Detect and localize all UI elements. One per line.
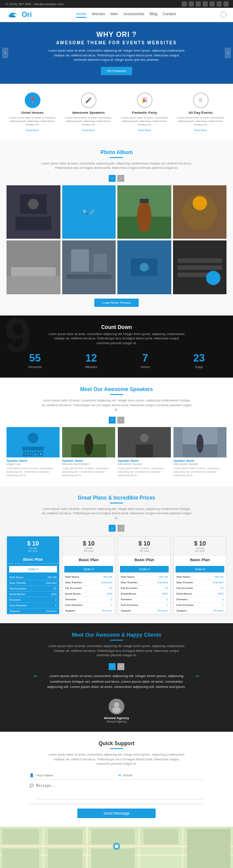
price-btn-2[interactable]: Order It: [64, 566, 113, 572]
features-grid: 📍 Great Venues Lorem ipsum dolor sit ame…: [4, 92, 229, 132]
message-textarea[interactable]: [36, 782, 203, 799]
price-val-4-5: 1: [222, 604, 223, 606]
photo-cell-5[interactable]: [7, 240, 60, 294]
speaker-name-2: Speaker Name: [62, 459, 115, 462]
photo-cell-1[interactable]: [7, 185, 60, 239]
price-row-1-3: Email Boxes 1000: [7, 592, 59, 597]
testimonials-dot-next[interactable]: ›: [117, 663, 124, 670]
search-icon[interactable]: [220, 12, 226, 18]
email-input[interactable]: [123, 773, 203, 777]
photo-album-desc: Lorem ipsum dolor sit amet, consectetur …: [40, 161, 193, 171]
price-row-1-1: Data Transfer Unlimited: [7, 580, 59, 586]
nav-blog[interactable]: Blog: [150, 12, 157, 18]
nav-accessories[interactable]: Accessories: [123, 12, 144, 18]
send-button[interactable]: Send Message: [77, 809, 156, 818]
nav-home[interactable]: Home: [76, 12, 87, 18]
speakers-section: Meet Our Awesome Speakers Lorem ipsum do…: [0, 378, 233, 486]
testimonials-section: Meet Our Awesome & Happy Clients Lorem i…: [0, 623, 233, 732]
name-input[interactable]: [36, 773, 115, 777]
youtube-icon[interactable]: [210, 1, 215, 7]
speaker-desc-4: Lorem ipsum dolor sit amet, consectetur …: [173, 467, 226, 477]
message-icon: 💬: [30, 782, 34, 788]
party-read-more[interactable]: Read More: [138, 129, 151, 132]
svg-point-28: [28, 433, 38, 443]
price-header-3: $ 10 /month per year: [118, 536, 170, 556]
price-btn-1[interactable]: Order It: [9, 566, 57, 573]
countdown-hours-label: Hours: [140, 365, 150, 369]
facebook-icon[interactable]: [182, 1, 187, 7]
speakers-dot-next[interactable]: ›: [117, 417, 124, 424]
price-row-3-5: Free Domains 1: [118, 602, 170, 608]
speaker-desc-3: Lorem ipsum dolor sit amet, consectetur …: [118, 467, 171, 477]
price-row-2-1: Data Transfer Unlimited: [63, 580, 115, 585]
hero-next-button[interactable]: ›: [225, 48, 231, 58]
hero-desc: Lorem ipsum dolor sit amet, consectetur …: [47, 49, 186, 62]
price-val-3-6: 24 Hours: [157, 609, 168, 612]
hero-subtitle: AWESOME THEME FOR EVENTS WEBSITES: [56, 40, 177, 45]
pricing-dot-next[interactable]: ›: [117, 525, 124, 532]
nav-women[interactable]: Women: [92, 12, 105, 18]
hero-prev-button[interactable]: ‹: [2, 48, 8, 58]
photo-cell-8[interactable]: [173, 240, 227, 294]
top-bar-right: [182, 1, 229, 7]
price-label-3-0: Disk Space: [121, 575, 135, 578]
speaker-fb-icon[interactable]: f: [23, 452, 27, 456]
countdown-title: Count Down: [7, 324, 226, 330]
price-row-3-0: Disk Space 500 GB: [118, 574, 170, 580]
price-label-1-2: Ftp Accounts: [10, 587, 26, 590]
price-row-4-0: Disk Space 500 GB: [174, 574, 226, 580]
price-amount-2: $ 10: [64, 540, 113, 547]
speakers-read-more[interactable]: Read More: [82, 129, 95, 132]
speaker-desc-1: Lorem ipsum dolor sit amet, consectetur …: [7, 467, 60, 477]
countdown-hours: 7 Hours: [140, 352, 150, 369]
photo-dot-prev[interactable]: ‹: [109, 175, 116, 182]
speakers-section-title: Meet Our Awesome Speakers: [7, 386, 226, 392]
speaker-tw-icon[interactable]: t: [28, 452, 33, 456]
speaker-in-icon[interactable]: in: [39, 452, 43, 456]
photo-dot-next[interactable]: ›: [117, 175, 124, 182]
hero-cta-button[interactable]: Ori Features: [101, 67, 132, 75]
price-btn-3[interactable]: Order It: [120, 566, 169, 572]
price-btn-4[interactable]: Order It: [176, 566, 224, 572]
logo[interactable]: Ori: [7, 10, 32, 19]
photo-cell-3[interactable]: [117, 185, 171, 239]
svg-point-59: [115, 845, 118, 848]
photo-cell-7[interactable]: [117, 240, 171, 294]
price-val-1-1: Unlimited: [46, 582, 57, 584]
nav-contact[interactable]: Contact: [163, 12, 176, 18]
price-row-3-4: Domains 3: [118, 597, 170, 602]
price-row-2-3: Email Boxes 1000: [63, 591, 115, 597]
price-extra-2: per year: [64, 549, 113, 552]
pricing-dot-prev[interactable]: ‹: [109, 525, 116, 532]
events-read-more[interactable]: Read More: [194, 129, 207, 132]
price-row-2-2: Ftp Accounts 25: [63, 585, 115, 591]
svg-rect-51: [48, 829, 83, 844]
nav-links: Home Women Men Accessories Blog Contact: [76, 12, 176, 18]
photo-overlay: 🔍 🔗: [62, 185, 116, 239]
speaker-card-2: Speaker Name Business Administration Lor…: [62, 427, 115, 477]
twitter-icon[interactable]: [189, 1, 194, 7]
nav-men[interactable]: Men: [110, 12, 118, 18]
price-label-2-5: Free Domains: [65, 604, 83, 606]
pinterest-icon[interactable]: [216, 1, 222, 7]
photo-cell-6[interactable]: [62, 240, 116, 294]
features-section: 📍 Great Venues Lorem ipsum dolor sit ame…: [0, 84, 233, 141]
venue-read-more[interactable]: Read More: [26, 129, 39, 132]
hero-section: ‹ WHY ORI ? AWESOME THEME FOR EVENTS WEB…: [0, 22, 233, 84]
price-label-1-0: Disk Space: [10, 576, 23, 579]
rss-icon[interactable]: [223, 1, 229, 7]
testimonials-dot-prev[interactable]: ‹: [109, 663, 116, 670]
speaker-gp-icon[interactable]: g: [33, 452, 38, 456]
photo-cell-2[interactable]: 🔍 🔗: [62, 185, 116, 239]
price-label-3-1: Data Transfer: [121, 581, 137, 584]
photo-cell-4[interactable]: [173, 185, 227, 239]
linkedin-icon[interactable]: [203, 1, 208, 7]
form-message-row: 💬: [30, 782, 203, 804]
svg-rect-55: [48, 848, 83, 868]
load-more-button[interactable]: Load More Photos: [94, 299, 138, 307]
top-bar: +1 (234) 567-890 info@example.com: [0, 0, 233, 8]
speakers-dot-prev[interactable]: ‹: [109, 417, 116, 424]
price-label-2-1: Data Transfer: [65, 581, 82, 584]
speaker-role-2: Business Administration: [62, 463, 115, 465]
google-icon[interactable]: [196, 1, 201, 7]
